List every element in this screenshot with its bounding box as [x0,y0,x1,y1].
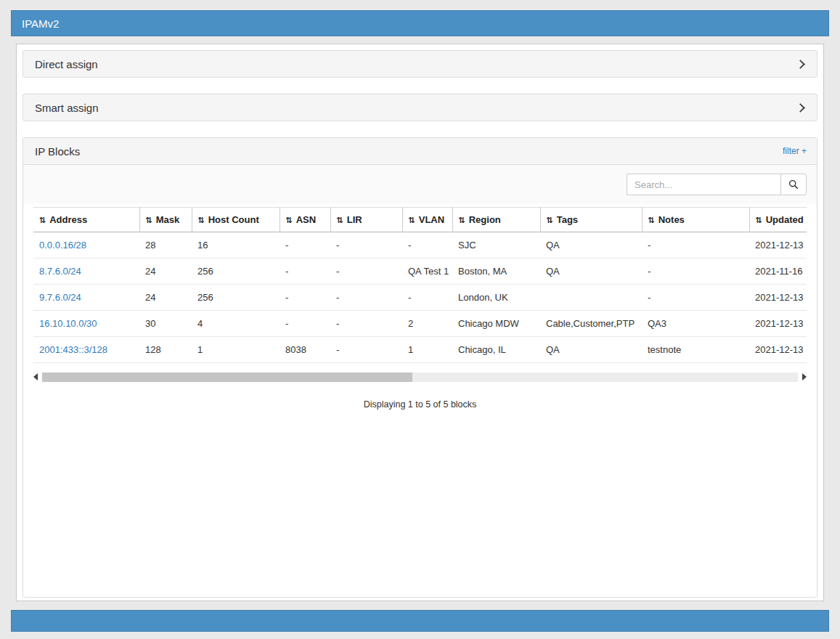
app-header: IPAMv2 [11,10,829,36]
column-header-lir[interactable]: ⇅LIR [330,208,402,232]
table-row: 8.7.6.0/2424256--QA Test 1Boston, MAQA-2… [33,259,807,285]
cell-address: 16.10.10.0/30 [33,311,139,337]
sort-icon: ⇅ [337,216,343,224]
cell-mask: 128 [139,337,192,363]
cell-region: London, UK [452,285,540,311]
main-container: Direct assign Smart assign IP Blocks fil… [16,44,824,601]
sort-icon: ⇅ [198,216,205,224]
column-label: Updated [766,214,804,225]
search-icon [788,179,799,190]
address-link[interactable]: 8.7.6.0/24 [39,266,81,277]
cell-host-count: 1 [192,337,280,363]
ip-blocks-heading: IP Blocks filter + [23,138,817,165]
cell-updated: 2021-12-13 [749,337,807,363]
column-header-asn[interactable]: ⇅ASN [280,208,330,232]
sort-icon: ⇅ [286,216,293,224]
panel-direct-assign-label: Direct assign [35,58,98,70]
column-header-vlan[interactable]: ⇅VLAN [402,208,452,232]
cell-lir: - [330,232,402,259]
address-link[interactable]: 2001:433::3/128 [39,344,107,355]
status-text: Displaying 1 to 5 of 5 blocks [23,399,817,410]
sort-icon: ⇅ [146,216,152,224]
column-header-notes[interactable]: ⇅Notes [642,208,749,232]
cell-asn: - [280,311,330,337]
address-link[interactable]: 0.0.0.16/28 [39,240,86,251]
cell-lir: - [330,337,402,363]
horizontal-scrollbar[interactable] [33,372,807,382]
cell-tags: QA [540,232,642,259]
search-group [627,174,807,195]
cell-updated: 2021-12-13 [749,232,807,259]
cell-vlan: - [402,232,452,259]
cell-tags: QA [540,259,642,285]
table-header-row: ⇅Address⇅Mask⇅Host Count⇅ASN⇅LIR⇅VLAN⇅Re… [33,208,807,232]
column-label: LIR [347,214,362,225]
sort-icon: ⇅ [459,216,465,224]
cell-asn: - [280,259,330,285]
cell-notes: QA3 [642,311,749,337]
cell-updated: 2021-12-13 [749,311,807,337]
table-wrapper: ⇅Address⇅Mask⇅Host Count⇅ASN⇅LIR⇅VLAN⇅Re… [23,204,817,363]
scrollbar-track[interactable] [42,373,798,382]
column-header-updated[interactable]: ⇅Updated [749,208,807,232]
cell-host-count: 16 [192,232,280,259]
column-label: Region [469,214,501,225]
chevron-right-icon [796,103,805,113]
cell-address: 2001:433::3/128 [33,337,139,363]
sort-icon: ⇅ [756,216,762,224]
cell-vlan: - [402,285,452,311]
sort-icon: ⇅ [648,216,655,224]
column-label: Mask [156,214,180,225]
table-row: 16.10.10.0/30304--2Chicago MDWCable,Cust… [33,311,807,337]
sort-icon: ⇅ [39,216,46,224]
column-header-region[interactable]: ⇅Region [452,208,540,232]
filter-link[interactable]: filter + [783,146,807,156]
column-header-host-count[interactable]: ⇅Host Count [192,208,280,232]
column-header-tags[interactable]: ⇅Tags [540,208,642,232]
cell-notes: - [642,232,749,259]
cell-region: Chicago MDW [452,311,540,337]
cell-address: 9.7.6.0/24 [33,285,139,311]
scroll-right-icon[interactable] [802,373,807,380]
chevron-right-icon [796,60,805,69]
cell-lir: - [330,259,402,285]
cell-mask: 24 [139,259,192,285]
cell-address: 8.7.6.0/24 [33,259,139,285]
cell-notes: - [642,259,749,285]
cell-notes: - [642,285,749,311]
app-footer [11,610,829,632]
cell-region: SJC [452,232,540,259]
scrollbar-thumb[interactable] [42,373,412,382]
address-link[interactable]: 9.7.6.0/24 [39,292,81,303]
table-body: 0.0.0.16/282816---SJCQA-2021-12-138.7.6.… [33,232,807,363]
page: IPAMv2 Direct assign Smart assign IP Blo… [0,0,840,639]
scroll-left-icon[interactable] [33,373,38,380]
panel-direct-assign[interactable]: Direct assign [23,50,817,78]
address-link[interactable]: 16.10.10.0/30 [39,318,97,329]
cell-mask: 28 [139,232,192,259]
panel-ip-blocks: IP Blocks filter + [23,137,817,598]
cell-tags [540,285,642,311]
column-label: ASN [296,214,316,225]
panel-smart-assign[interactable]: Smart assign [23,94,817,121]
sort-icon: ⇅ [409,216,415,224]
cell-asn: 8038 [280,337,330,363]
cell-asn: - [280,285,330,311]
ip-blocks-title: IP Blocks [35,145,80,158]
ip-blocks-table: ⇅Address⇅Mask⇅Host Count⇅ASN⇅LIR⇅VLAN⇅Re… [33,207,807,363]
column-label: Tags [557,214,578,225]
table-row: 2001:433::3/12812818038-1Chicago, ILQAte… [33,337,807,363]
column-header-address[interactable]: ⇅Address [33,208,139,232]
table-toolbar [23,165,817,204]
cell-vlan: QA Test 1 [402,259,452,285]
cell-host-count: 256 [192,259,280,285]
cell-mask: 24 [139,285,192,311]
cell-vlan: 1 [402,337,452,363]
search-button[interactable] [780,174,807,195]
cell-address: 0.0.0.16/28 [33,232,139,259]
cell-notes: testnote [642,337,749,363]
search-input[interactable] [627,174,780,195]
cell-updated: 2021-11-16 [749,259,807,285]
column-header-mask[interactable]: ⇅Mask [139,208,192,232]
cell-lir: - [330,285,402,311]
